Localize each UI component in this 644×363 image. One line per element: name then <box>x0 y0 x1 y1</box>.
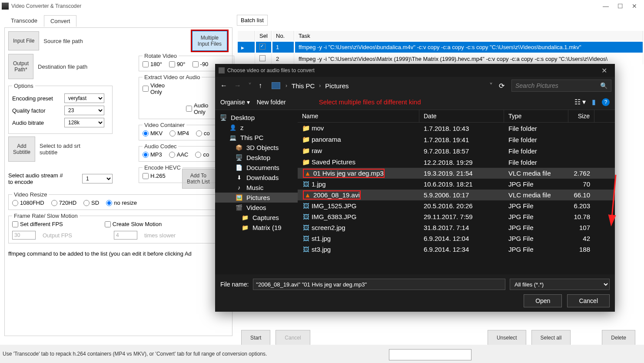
path-bar[interactable]: › This PC › Pictures ˅ ⟳ <box>267 82 508 90</box>
audio-only-checkbox[interactable]: Audio Only <box>186 102 208 115</box>
batch-row[interactable]: 1ffmpeg -y -i "C:\Users\z\Videos\bundali… <box>238 42 643 53</box>
tree-item[interactable]: 📄Documents <box>215 163 298 173</box>
extract-legend: Extract Video or Audio <box>143 74 202 80</box>
multiple-input-highlight: Multiple Input Files <box>191 30 229 52</box>
batch-col-sel[interactable]: Sel <box>256 31 272 41</box>
tree-item[interactable]: 👤z <box>215 123 298 133</box>
tree-item[interactable]: ♪Music <box>215 183 298 193</box>
resize-none-radio[interactable]: no resize <box>106 200 137 206</box>
unselect-button[interactable]: Unselect <box>488 330 526 346</box>
input-file-button[interactable]: Input File <box>8 31 39 50</box>
rotate-n90-checkbox[interactable]: -90 <box>193 61 209 67</box>
path-dropdown-icon[interactable]: ˅ <box>489 82 493 90</box>
path-pictures[interactable]: Pictures <box>325 82 349 90</box>
co2-radio[interactable]: co <box>195 151 209 158</box>
file-row[interactable]: 🖼IMG_1525.JPG20.5.2016. 20:26JPG File6.2… <box>298 200 615 211</box>
dialog-toolbar: Organise ▾ New folder Select multiple fi… <box>215 94 615 110</box>
close-icon[interactable]: ✕ <box>632 3 637 10</box>
file-row[interactable]: ▲2006_08_19.avi5.9.2006. 10:17VLC media … <box>298 190 615 200</box>
open-button[interactable]: Open <box>524 294 562 307</box>
tab-convert[interactable]: Convert <box>44 15 77 27</box>
filename-input[interactable] <box>253 279 505 290</box>
co-radio[interactable]: co <box>196 130 210 137</box>
tree-item[interactable]: 🖼️Pictures <box>215 193 298 203</box>
aac-radio[interactable]: AAC <box>169 151 189 158</box>
tree-item[interactable]: 🎬Videos <box>215 203 298 213</box>
minimize-icon[interactable]: — <box>603 3 609 10</box>
search-input[interactable]: Search Pictures 🔍 <box>511 80 611 92</box>
folder-tree: 🖥️Desktop👤z💻This PC📦3D Objects🖥️Desktop📄… <box>215 110 298 274</box>
file-row[interactable]: ▲01 Hvis jeg var deg.mp319.3.2019. 21:54… <box>298 168 615 179</box>
resize-1080-radio[interactable]: 1080FHD <box>12 200 44 206</box>
output-path-button[interactable]: Output Path* <box>8 54 33 79</box>
file-row[interactable]: 🖼IMG_6383.JPG29.11.2017. 7:59JPG File10.… <box>298 211 615 222</box>
batch-col-no[interactable]: No. <box>272 31 294 41</box>
slow-input[interactable] <box>114 231 137 240</box>
file-row[interactable]: 🖼st1.jpg6.9.2014. 12:04JPG File42 <box>298 233 615 244</box>
add-subtitle-button[interactable]: Add Subtitle <box>8 137 35 162</box>
video-only-checkbox[interactable]: Video Only <box>143 82 165 95</box>
rotate-90-checkbox[interactable]: 90° <box>169 61 186 67</box>
batch-row-checkbox[interactable] <box>259 43 266 50</box>
col-type[interactable]: Type <box>504 110 568 122</box>
times-slower-label: times slower <box>144 232 176 239</box>
tree-item[interactable]: 🖥️Desktop <box>215 113 298 123</box>
cancel-batch-button[interactable]: Cancel <box>276 330 310 346</box>
batch-row[interactable]: 2ffmpeg -y -i "C:\Users\z\Videos\Matrix … <box>238 53 643 64</box>
file-row[interactable]: 🖼screen2.jpg31.8.2017. 7:14JPG File107 <box>298 222 615 233</box>
batch-row-checkbox[interactable] <box>259 55 266 61</box>
new-folder-button[interactable]: New folder <box>257 99 286 106</box>
preview-icon[interactable]: ▮ <box>592 98 596 106</box>
resize-sd-radio[interactable]: SD <box>83 200 99 206</box>
mp3-radio[interactable]: MP3 <box>143 151 162 158</box>
rotate-180-checkbox[interactable]: 180° <box>143 61 162 67</box>
resize-720-radio[interactable]: 720HD <box>51 200 76 206</box>
tree-item[interactable]: 💻This PC <box>215 133 298 143</box>
tree-item[interactable]: 🖥️Desktop <box>215 153 298 163</box>
mkv-radio[interactable]: MKV <box>143 130 163 137</box>
file-row[interactable]: 📁mov1.7.2018. 10:43File folder <box>298 123 615 134</box>
filter-select[interactable]: All files (*.*) <box>510 279 610 290</box>
tree-item[interactable]: 📦3D Objects <box>215 143 298 153</box>
help-icon[interactable]: ? <box>602 98 610 106</box>
status-input[interactable] <box>389 349 471 360</box>
tree-item[interactable]: 📁Captures <box>215 213 298 223</box>
path-thispc[interactable]: This PC <box>292 82 315 90</box>
fps-input[interactable] <box>12 231 36 240</box>
forward-icon[interactable]: → <box>232 80 243 91</box>
quality-label: Quality factor <box>12 107 60 114</box>
audio-stream-select[interactable]: 1 <box>82 174 113 183</box>
up-icon[interactable]: ↑ <box>257 80 264 91</box>
batch-col-task[interactable]: Task <box>295 31 643 41</box>
slow-motion-checkbox[interactable]: Create Slow Motion <box>105 221 162 227</box>
delete-button[interactable]: Delete <box>602 330 635 346</box>
start-button[interactable]: Start <box>241 330 270 346</box>
acodec-legend: Audio Codec <box>143 143 178 150</box>
dialog-close-icon[interactable]: ✕ <box>597 67 611 75</box>
encoding-preset-select[interactable]: veryfast <box>64 93 104 103</box>
file-row[interactable]: 🖼1.jpg10.6.2019. 18:21JPG File70 <box>298 179 615 190</box>
refresh-icon[interactable]: ⟳ <box>499 82 505 90</box>
tab-transcode[interactable]: Transcode <box>4 15 44 27</box>
file-row[interactable]: 📁panorama1.7.2018. 19:41File folder <box>298 134 615 145</box>
tree-item[interactable]: ⬇Downloads <box>215 173 298 183</box>
organise-menu[interactable]: Organise ▾ <box>220 99 250 106</box>
multiple-input-button[interactable]: Multiple Input Files <box>192 31 227 51</box>
select-all-button[interactable]: Select all <box>531 330 571 346</box>
recent-icon[interactable]: ˅ <box>246 80 253 92</box>
file-row[interactable]: 📁raw9.7.2018. 18:57File folder <box>298 145 615 157</box>
mp4-radio[interactable]: MP4 <box>169 130 189 137</box>
col-date[interactable]: Date <box>419 110 504 122</box>
quality-select[interactable]: 23 <box>64 106 104 115</box>
back-icon[interactable]: ← <box>219 80 229 91</box>
col-size[interactable]: Size <box>568 110 594 122</box>
set-fps-checkbox[interactable]: Set different FPS <box>12 221 63 227</box>
tree-item[interactable]: 📁Matrix (19 <box>215 223 298 233</box>
file-row[interactable]: 🖼st3.jpg6.9.2014. 12:34JPG File188 <box>298 244 615 255</box>
col-name[interactable]: Name <box>298 110 419 122</box>
file-row[interactable]: 📁Saved Pictures12.2.2018. 19:29File fold… <box>298 157 615 168</box>
view-icon[interactable]: ☷ ▾ <box>574 98 586 106</box>
audio-bitrate-select[interactable]: 128k <box>64 118 104 127</box>
dialog-cancel-button[interactable]: Cancel <box>567 294 610 307</box>
maximize-icon[interactable]: ☐ <box>617 3 623 10</box>
